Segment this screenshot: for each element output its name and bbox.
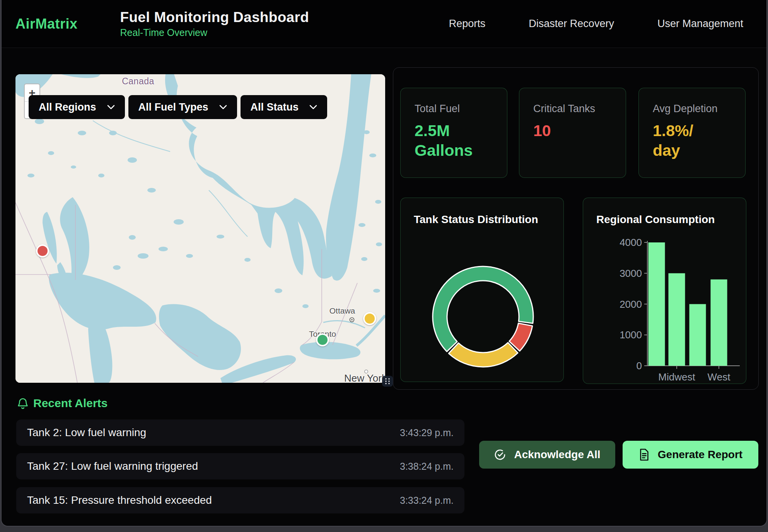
filter-dropdown-label: All Status bbox=[251, 101, 299, 113]
bar-region-1 bbox=[669, 273, 685, 366]
generate-report-button[interactable]: Generate Report bbox=[623, 441, 758, 469]
stat-value: 1.8%/day bbox=[653, 121, 731, 161]
resize-grip[interactable] bbox=[382, 376, 393, 387]
town-symbol-icon bbox=[364, 369, 369, 374]
y-tick-label: 2000 bbox=[620, 298, 642, 310]
stat-label: Critical Tanks bbox=[533, 103, 612, 115]
filter-dropdown-all-fuel-types[interactable]: All Fuel Types bbox=[128, 95, 237, 119]
map-label-ottawa: Ottawa bbox=[329, 306, 355, 315]
map-label-canada: Canada bbox=[122, 76, 154, 87]
regional-consumption-card: Regional Consumption 01000200030004000Mi… bbox=[583, 198, 746, 384]
stat-card-critical-tanks: Critical Tanks10 bbox=[519, 88, 626, 178]
map-filters: All RegionsAll Fuel TypesAll Status bbox=[29, 95, 327, 119]
stat-value: 2.5MGallons bbox=[415, 121, 493, 161]
town-symbol-icon bbox=[349, 317, 355, 323]
filter-dropdown-all-regions[interactable]: All Regions bbox=[29, 95, 125, 119]
nav-item-disaster-recovery[interactable]: Disaster Recovery bbox=[529, 18, 614, 30]
check-circle-icon bbox=[494, 448, 506, 461]
tank-marker-critical[interactable] bbox=[36, 244, 49, 257]
alert-timestamp: 3:38:24 p.m. bbox=[400, 461, 454, 472]
alert-row[interactable]: Tank 27: Low fuel warning triggered3:38:… bbox=[16, 453, 464, 479]
filter-dropdown-label: All Fuel Types bbox=[138, 101, 208, 113]
stat-label: Total Fuel bbox=[415, 103, 493, 115]
stat-card-total-fuel: Total Fuel2.5MGallons bbox=[400, 88, 507, 178]
alert-text: Tank 15: Pressure threshold exceeded bbox=[27, 494, 212, 506]
alert-row[interactable]: Tank 15: Pressure threshold exceeded3:33… bbox=[16, 487, 464, 513]
stat-value: 10 bbox=[533, 121, 612, 141]
header: AirMatrix Fuel Monitoring Dashboard Real… bbox=[2, 0, 766, 48]
stat-card-avg-depletion: Avg Depletion1.8%/day bbox=[638, 88, 746, 178]
x-tick-label: Midwest bbox=[658, 371, 695, 383]
filter-dropdown-all-status[interactable]: All Status bbox=[241, 95, 328, 119]
map-panel[interactable]: CanadaOttawaTorontoNew York + − All Regi… bbox=[15, 74, 385, 383]
tank-marker-warning[interactable] bbox=[363, 312, 376, 325]
chevron-down-icon bbox=[309, 105, 317, 109]
tank-marker-normal[interactable] bbox=[316, 333, 329, 346]
grip-dots-icon bbox=[384, 377, 391, 385]
bell-icon bbox=[16, 397, 29, 411]
chevron-down-icon bbox=[219, 105, 227, 109]
app-window: AirMatrix Fuel Monitoring Dashboard Real… bbox=[1, 0, 767, 527]
brand-logo: AirMatrix bbox=[15, 16, 78, 32]
main-nav: ReportsDisaster RecoveryUser Management bbox=[449, 18, 743, 30]
alert-text: Tank 2: Low fuel warning bbox=[27, 426, 146, 439]
nav-item-reports[interactable]: Reports bbox=[449, 18, 486, 30]
y-tick-label: 1000 bbox=[620, 329, 642, 341]
bar-region-0 bbox=[649, 242, 665, 366]
alert-text: Tank 27: Low fuel warning triggered bbox=[27, 460, 198, 472]
tank-status-title: Tank Status Distribution bbox=[414, 213, 538, 226]
alert-timestamp: 3:33:24 p.m. bbox=[400, 495, 454, 506]
page-title: Fuel Monitoring Dashboard bbox=[120, 9, 309, 26]
page-subtitle: Real-Time Overview bbox=[120, 27, 309, 38]
bar-region-2 bbox=[689, 304, 706, 366]
alert-timestamp: 3:43:29 p.m. bbox=[400, 427, 454, 438]
metrics-panel: Total Fuel2.5MGallonsCritical Tanks10Avg… bbox=[393, 67, 759, 390]
alerts-heading: Recent Alerts bbox=[33, 397, 108, 410]
regional-consumption-title: Regional Consumption bbox=[596, 213, 715, 226]
alert-row[interactable]: Tank 2: Low fuel warning3:43:29 p.m. bbox=[16, 419, 464, 446]
tank-status-card: Tank Status Distribution bbox=[400, 198, 564, 382]
x-tick-label: West bbox=[708, 371, 731, 383]
chevron-down-icon bbox=[107, 105, 115, 109]
donut-segment-warning bbox=[449, 343, 518, 367]
y-tick-label: 3000 bbox=[620, 268, 642, 279]
acknowledge-all-label: Acknowledge All bbox=[514, 448, 600, 461]
filter-dropdown-label: All Regions bbox=[39, 101, 96, 113]
report-document-icon bbox=[638, 448, 650, 461]
y-tick-label: 0 bbox=[637, 360, 642, 372]
generate-report-label: Generate Report bbox=[658, 448, 742, 461]
stat-label: Avg Depletion bbox=[653, 103, 731, 115]
bar-region-3 bbox=[711, 280, 727, 366]
title-block: Fuel Monitoring Dashboard Real-Time Over… bbox=[120, 9, 309, 38]
regional-consumption-bar-chart: 01000200030004000MidwestWest bbox=[583, 198, 747, 384]
nav-item-user-management[interactable]: User Management bbox=[657, 18, 743, 30]
acknowledge-all-button[interactable]: Acknowledge All bbox=[479, 441, 615, 469]
y-tick-label: 4000 bbox=[620, 237, 642, 248]
